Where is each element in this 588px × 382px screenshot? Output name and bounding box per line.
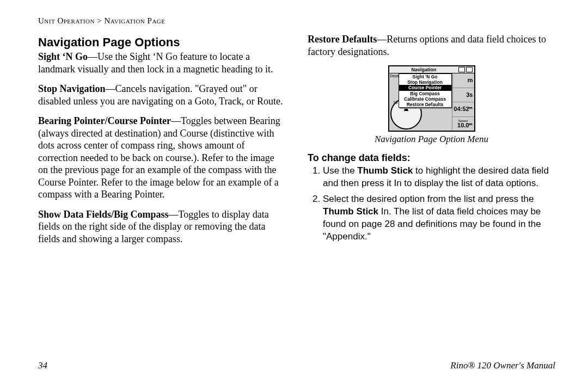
data-field-2: 3s	[452, 88, 474, 102]
right-column: Restore Defaults—Returns options and dat…	[308, 33, 555, 252]
data-fields-panel: m 3s 04:52ᵐ Speed 10.0ᵐ	[452, 73, 474, 131]
figure-caption: Navigation Page Option Menu	[308, 134, 555, 145]
device-titlebar: Navigation	[389, 66, 474, 73]
step-2-bold: Thumb Stick	[323, 206, 378, 217]
page-footer: 34 Rino® 120 Owner's Manual	[38, 360, 555, 371]
breadcrumb-section: Unit Operation	[38, 16, 95, 25]
close-icon	[466, 67, 473, 72]
menu-icon	[458, 67, 465, 72]
data-field-2-value: 3s	[454, 92, 473, 98]
menu-restore-defaults: Restore Defaults	[399, 102, 451, 107]
breadcrumb-sep: >	[95, 16, 104, 25]
device-screenshot: Navigation Destina Sight 'N Go	[388, 65, 475, 132]
option-stop-navigation-title: Stop Navigation	[38, 83, 106, 94]
breadcrumb: Unit Operation > Navigation Page	[38, 16, 555, 26]
menu-stop-navigation: Stop Navigation	[399, 79, 451, 85]
page-number: 34	[38, 360, 47, 371]
menu-sight-n-go: Sight 'N Go	[399, 74, 451, 79]
menu-course-pointer: Course Pointer	[399, 85, 451, 90]
device-title-text: Navigation	[391, 67, 457, 72]
data-field-4-value: 10.0ᵐ	[454, 122, 473, 128]
figure-nav-option-menu: Navigation Destina Sight 'N Go	[308, 65, 555, 145]
data-field-3-value: 04:52ᵐ	[454, 106, 473, 112]
option-restore-defaults: Restore Defaults—Returns options and dat…	[308, 33, 555, 58]
breadcrumb-page: Navigation Page	[104, 16, 165, 25]
menu-big-compass: Big Compass	[399, 91, 451, 96]
menu-calibrate-compass: Calibrate Compass	[399, 96, 451, 102]
option-bearing-course-pointer-desc: —Toggles between Bearing (always directe…	[38, 115, 280, 200]
option-sight-n-go-title: Sight ‘N Go	[38, 51, 88, 62]
page-heading: Navigation Page Options	[38, 35, 286, 50]
step-1: Use the Thumb Stick to highlight the des…	[323, 165, 555, 190]
option-stop-navigation: Stop Navigation—Cancels navigation. "Gra…	[38, 83, 286, 107]
data-field-1-value: m	[454, 77, 473, 83]
step-1-text-a: Use the	[323, 165, 357, 176]
option-bearing-course-pointer-title: Bearing Pointer/Course Pointer	[38, 115, 171, 126]
data-field-1: m	[452, 73, 474, 88]
steps-list: Use the Thumb Stick to highlight the des…	[308, 165, 555, 243]
step-1-bold: Thumb Stick	[357, 165, 413, 176]
data-field-4: Speed 10.0ᵐ	[452, 116, 474, 131]
option-bearing-course-pointer: Bearing Pointer/Course Pointer—Toggles b…	[38, 115, 286, 201]
step-2-text-a: Select the desired option from the list …	[323, 194, 534, 204]
option-sight-n-go: Sight ‘N Go—Use the Sight ‘N Go feature …	[38, 51, 286, 75]
step-2: Select the desired option from the list …	[323, 193, 555, 243]
subheading-change-data-fields: To change data fields:	[308, 152, 555, 164]
data-field-3: 04:52ᵐ	[452, 102, 474, 116]
option-show-data-fields-title: Show Data Fields/Big Compass	[38, 209, 169, 220]
option-restore-defaults-title: Restore Defaults	[308, 34, 377, 45]
options-menu: Sight 'N Go Stop Navigation Course Point…	[399, 73, 452, 108]
option-show-data-fields: Show Data Fields/Big Compass—Toggles to …	[38, 208, 286, 245]
left-column: Navigation Page Options Sight ‘N Go—Use …	[38, 33, 286, 252]
manual-title: Rino® 120 Owner's Manual	[450, 360, 555, 371]
